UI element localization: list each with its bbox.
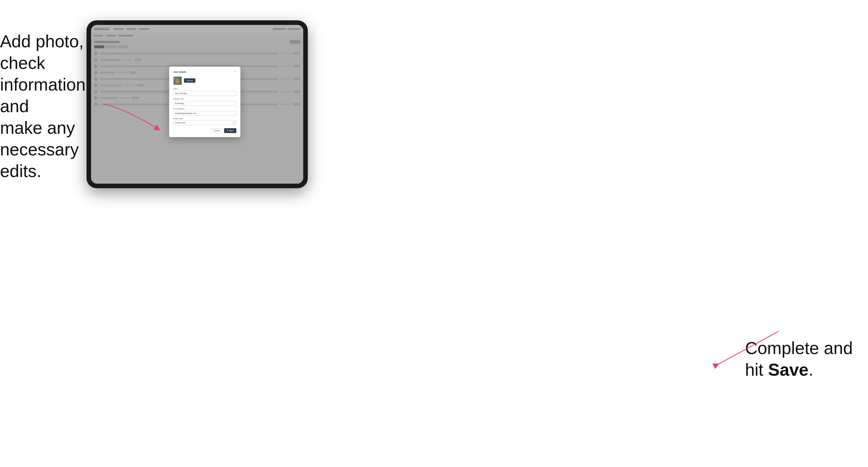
modal-header: User details ×: [173, 71, 236, 73]
name-field-group: Name: [173, 88, 236, 96]
select-controls: × ▲ ▼: [232, 121, 235, 124]
arrow-left: [98, 99, 164, 141]
annotation-left-line3: make any: [0, 118, 75, 137]
photo-section: Upload: [173, 76, 236, 85]
school-year-label: School Year: [173, 118, 236, 120]
school-year-select-wrapper: × ▲ ▼: [173, 120, 236, 125]
save-button[interactable]: ⬆ Save: [224, 128, 236, 133]
annotation-left-line2: information and: [0, 75, 86, 116]
school-year-field-group: School Year × ▲ ▼: [173, 118, 236, 125]
name-label: Name: [173, 88, 236, 90]
close-icon[interactable]: ×: [234, 71, 236, 73]
select-clear-icon[interactable]: ×: [232, 122, 233, 124]
display-name-field-group: Display name: [173, 98, 236, 106]
modal-footer: Cancel ⬆ Save: [173, 128, 236, 133]
display-name-input[interactable]: [173, 101, 236, 106]
cancel-button[interactable]: Cancel: [211, 128, 223, 133]
annotation-left: Add photo, check information and make an…: [0, 31, 97, 182]
arrow-right: [713, 326, 784, 373]
email-field-group: Email address: [173, 108, 236, 116]
modal-title: User details: [173, 71, 186, 73]
annotation-left-line1: Add photo, check: [0, 32, 84, 72]
annotation-right-punctuation: .: [808, 360, 813, 379]
upload-photo-button[interactable]: Upload: [184, 79, 195, 83]
user-photo-image: [174, 76, 182, 85]
display-name-label: Display name: [173, 98, 236, 100]
school-year-input[interactable]: [173, 120, 236, 125]
save-button-label: Save: [229, 129, 234, 132]
person-silhouette: [176, 79, 180, 84]
annotation-left-line4: necessary edits.: [0, 139, 79, 181]
user-details-modal: User details × Upload Name: [169, 67, 240, 137]
user-photo-thumbnail: [173, 76, 182, 85]
email-label: Email address: [173, 108, 236, 110]
name-input[interactable]: [173, 91, 236, 96]
email-input[interactable]: [173, 111, 236, 116]
select-arrows-icon[interactable]: ▲ ▼: [234, 121, 235, 124]
save-icon: ⬆: [227, 129, 228, 131]
